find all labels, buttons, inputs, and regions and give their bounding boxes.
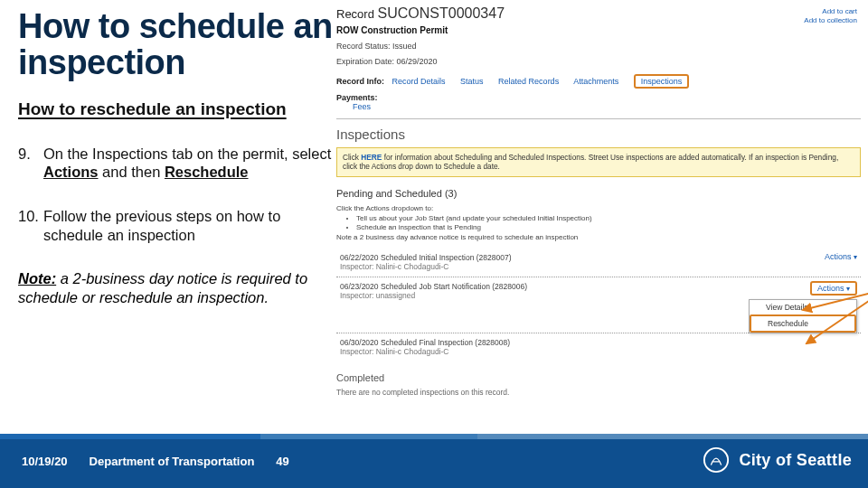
step-10: 10. Follow the previous steps on how to …	[18, 207, 335, 244]
slide-title: How to schedule an inspection	[18, 9, 335, 81]
completed-heading: Completed	[336, 372, 861, 383]
city-logo: City of Seattle	[703, 446, 852, 474]
footer-dept: Department of Transportation	[90, 455, 255, 468]
step-list: 9. On the Inspections tab on the permit,…	[18, 145, 335, 245]
banner-here-link[interactable]: HERE	[361, 153, 382, 162]
seattle-seal-icon	[703, 446, 730, 474]
banner-post: for information about Scheduling and Sch…	[343, 153, 838, 171]
slide-footer: 10/19/20 Department of Transportation 49…	[0, 434, 868, 488]
helper-intro: Click the Actions dropdown to:	[336, 204, 861, 214]
tab-inspections[interactable]: Inspections	[634, 74, 690, 89]
completed-note: There are no completed inspections on th…	[336, 388, 861, 397]
tab-record-details[interactable]: Record Details	[392, 77, 446, 86]
payments-label: Payments:	[336, 93, 861, 102]
dropdown-view-details[interactable]: View Details	[750, 300, 856, 314]
record-label: Record	[336, 7, 378, 21]
inspections-heading: Inspections	[336, 127, 861, 142]
separator	[336, 118, 861, 119]
add-to-collection-link[interactable]: Add to collection	[804, 16, 857, 25]
payments: Payments: Fees	[336, 93, 861, 111]
slide-subtitle: How to reschedule an inspection	[18, 99, 335, 119]
inspection-row: 06/23/2020 Scheduled Job Start Notificat…	[336, 277, 861, 333]
banner-pre: Click	[343, 153, 361, 162]
record-status: Record Status: Issued	[336, 42, 861, 51]
payments-fees-link[interactable]: Fees	[353, 102, 861, 111]
pending-heading: Pending and Scheduled (3)	[336, 188, 861, 199]
actions-dropdown-link[interactable]: Actions ▾	[810, 281, 857, 296]
actions-dropdown-link[interactable]: Actions ▾	[825, 252, 857, 261]
dropdown-reschedule[interactable]: Reschedule	[750, 314, 856, 333]
note: Note: a 2-business day notice is require…	[18, 269, 335, 306]
step-text: On the Inspections tab on the permit, se…	[43, 145, 331, 162]
inspection-row: 06/30/2020 Scheduled Final Inspection (2…	[336, 333, 861, 361]
step-bold-actions: Actions	[43, 164, 99, 180]
step-body: Follow the previous steps on how to sche…	[43, 207, 335, 244]
helper-item: Schedule an inspection that is Pending	[356, 223, 861, 233]
city-name: City of Seattle	[739, 451, 852, 470]
tab-attachments[interactable]: Attachments	[573, 77, 618, 86]
step-number: 9.	[18, 145, 43, 182]
record-info-label: Record Info:	[336, 77, 384, 86]
chevron-down-icon: ▾	[846, 285, 850, 293]
note-body: a 2-business day notice is required to s…	[18, 270, 307, 305]
chevron-down-icon: ▾	[854, 253, 857, 261]
inspection-row: 06/22/2020 Scheduled Initial Inspection …	[336, 249, 861, 277]
inspection-rows: 06/22/2020 Scheduled Initial Inspection …	[336, 249, 861, 361]
add-to-cart-link[interactable]: Add to cart	[804, 7, 857, 16]
helper-item: Tell us about your Job Start (and update…	[356, 214, 861, 224]
step-body: On the Inspections tab on the permit, se…	[43, 145, 335, 182]
row-line1: 06/30/2020 Scheduled Final Inspection (2…	[340, 338, 857, 347]
helper-block: Click the Actions dropdown to: Tell us a…	[336, 204, 861, 243]
step-bold-reschedule: Reschedule	[165, 164, 249, 180]
tab-status[interactable]: Status	[460, 77, 484, 86]
record-info-tabs: Record Info: Record Details Status Relat…	[336, 77, 861, 86]
record-title: Record SUCONST0000347	[336, 5, 861, 22]
row-line1: 06/22/2020 Scheduled Initial Inspection …	[340, 253, 857, 262]
step-9: 9. On the Inspections tab on the permit,…	[18, 145, 335, 182]
permit-type: ROW Construction Permit	[336, 25, 861, 35]
step-text-mid: and then	[99, 164, 165, 180]
footer-date: 10/19/20	[22, 455, 68, 468]
info-banner: Click HERE for information about Schedul…	[336, 147, 861, 177]
svg-point-2	[704, 448, 728, 472]
step-number: 10.	[18, 207, 43, 244]
tab-related-records[interactable]: Related Records	[498, 77, 559, 86]
app-screenshot: Add to cart Add to collection Record SUC…	[336, 5, 861, 394]
record-expiration: Expiration Date: 06/29/2020	[336, 57, 861, 66]
corner-links: Add to cart Add to collection	[804, 7, 857, 26]
footer-stripe	[0, 434, 868, 439]
row-line2: Inspector: Nalini-c Chodagudi-C	[340, 262, 857, 271]
record-id: SUCONST0000347	[378, 5, 505, 21]
row-line2: Inspector: Nalini-c Chodagudi-C	[340, 347, 857, 356]
row-line1: 06/23/2020 Scheduled Job Start Notificat…	[340, 282, 857, 291]
helper-note: Note a 2 business day advance notice is …	[336, 233, 861, 243]
actions-dropdown-menu: View Details Reschedule	[749, 299, 857, 333]
note-lead: Note:	[18, 270, 56, 286]
footer-page: 49	[276, 455, 288, 468]
